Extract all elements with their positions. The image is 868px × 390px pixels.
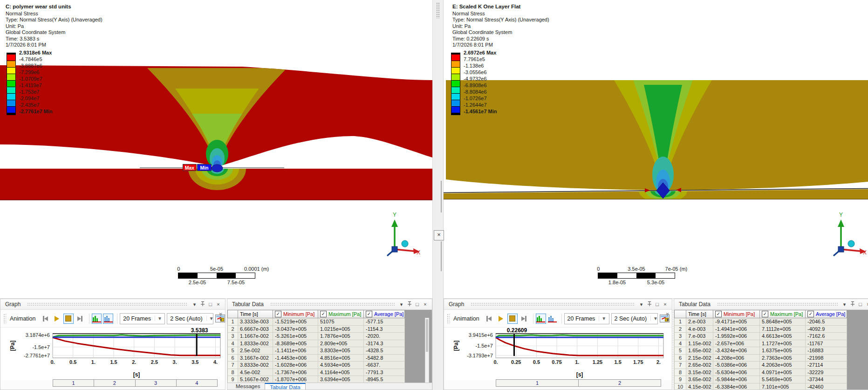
maximize-icon[interactable]: □ xyxy=(653,301,661,307)
table-row[interactable]: 13.3333e-003-1.5219e+00551075-577.15 xyxy=(227,318,432,326)
go-to-start-button[interactable] xyxy=(484,314,494,324)
series-visibility-checkbox[interactable]: ✓ xyxy=(366,311,372,317)
toolbar-overflow[interactable]: »▾ xyxy=(218,311,224,322)
data-cell: 1.1727e+005 xyxy=(760,340,806,348)
stop-button[interactable] xyxy=(507,314,518,324)
toolbar-grip[interactable] xyxy=(447,314,450,324)
pin-icon[interactable] xyxy=(848,301,856,308)
pane-menu-icon[interactable]: ▾ xyxy=(191,301,198,308)
toolbar-separator xyxy=(533,314,533,324)
pane-menu-icon[interactable]: ▾ xyxy=(397,301,405,308)
close-viewport-button[interactable]: × xyxy=(434,230,444,240)
splitter-grip[interactable] xyxy=(436,2,440,18)
series-visibility-checkbox[interactable]: ✓ xyxy=(807,311,814,317)
tab-messages[interactable]: Messages xyxy=(231,383,265,390)
pane-drag-texture[interactable] xyxy=(717,302,838,306)
table-row[interactable]: 41.15e-002-2.657e+0061.1727e+005-11767 xyxy=(674,340,868,348)
frames-dropdown[interactable]: 20 Frames▼ xyxy=(120,313,165,324)
timeline-segment[interactable]: 2 xyxy=(578,380,661,386)
toolbar-overflow[interactable]: »▾ xyxy=(664,311,671,322)
play-button[interactable] xyxy=(496,314,506,324)
maximize-icon[interactable]: □ xyxy=(206,301,214,307)
duration-dropdown[interactable]: 2 Sec (Auto)▼ xyxy=(167,313,213,324)
pane-menu-icon[interactable]: ▾ xyxy=(637,301,645,308)
table-row[interactable]: 37.e-003-1.9592e+0064.6613e+005-7162.6 xyxy=(674,333,868,340)
stress-history-chart-left[interactable]: 0.0.51.1.52.2.53.3.54.3.1874e+6-1.5e+7-2… xyxy=(0,328,226,380)
series-visibility-checkbox[interactable]: ✓ xyxy=(275,311,281,317)
viewport-right: E: Scaled K One Layer Flat Normal Stress… xyxy=(444,0,868,299)
table-row[interactable]: 52.5e-002-1.1411e+0063.8303e+005-4328.5 xyxy=(227,347,432,355)
close-icon[interactable]: × xyxy=(661,301,669,307)
close-icon[interactable]: × xyxy=(214,301,222,307)
table-row[interactable]: 31.1667e-002-5.3261e+0051.7876e+005-2020… xyxy=(227,333,432,340)
table-row[interactable]: 26.6667e-003-3.0437e+0051.0215e+005-1154… xyxy=(227,326,432,333)
go-to-end-button[interactable] xyxy=(519,314,529,324)
go-to-start-button[interactable] xyxy=(41,314,51,324)
result-sets-icon[interactable] xyxy=(92,314,102,324)
time-decay-icon[interactable] xyxy=(547,314,558,324)
pane-drag-texture[interactable] xyxy=(270,302,395,306)
result-sets-icon[interactable] xyxy=(536,314,546,324)
table-row[interactable]: 24.e-003-1.4941e+0067.1112e+005-4092.9 xyxy=(674,326,868,333)
go-to-end-button[interactable] xyxy=(75,314,85,324)
column-header[interactable]: ✓Average [Pa] xyxy=(806,310,847,318)
toolbar-grip[interactable] xyxy=(3,314,6,324)
duration-dropdown[interactable]: 2 Sec (Auto)▼ xyxy=(611,313,658,324)
pane-header[interactable]: Graph ▾ □ × xyxy=(0,299,225,310)
viewport-splitter[interactable]: × xyxy=(432,0,444,390)
data-cell: -5.9844e+006 xyxy=(713,376,760,383)
stop-button[interactable] xyxy=(63,314,74,324)
series-visibility-checkbox[interactable]: ✓ xyxy=(320,311,327,317)
table-row[interactable]: 63.1667e-002-1.4453e+0064.8516e+005-5482… xyxy=(227,355,432,362)
data-cell: 4.8516e+005 xyxy=(318,355,364,362)
pin-icon[interactable] xyxy=(198,301,206,308)
maximize-icon[interactable]: □ xyxy=(856,301,864,307)
maximize-icon[interactable]: □ xyxy=(413,301,421,307)
table-scrollbar[interactable] xyxy=(425,318,429,383)
time-decay-icon[interactable] xyxy=(103,314,113,324)
pin-icon[interactable] xyxy=(645,301,653,308)
close-icon[interactable]: × xyxy=(864,301,868,307)
orientation-triad-left[interactable]: Y X xyxy=(370,206,422,260)
column-header[interactable]: Time [s] xyxy=(686,310,713,318)
timeline-segment[interactable]: 2 xyxy=(94,380,135,386)
timeline-segment[interactable]: 1 xyxy=(496,380,578,386)
tabular-data-left: Time [s]✓Minimum [Pa]✓Maximum [Pa]✓Avera… xyxy=(227,310,432,383)
tab-tabular-data[interactable]: Tabular Data xyxy=(265,383,305,390)
stress-history-chart-right[interactable]: 0.0.250.50.751.1.251.51.752.3.9415e+6-1.… xyxy=(444,328,672,380)
orientation-triad-right[interactable]: Y X xyxy=(817,206,868,260)
column-header[interactable]: ✓Maximum [Pa] xyxy=(760,310,806,318)
frames-dropdown[interactable]: 20 Frames▼ xyxy=(564,313,609,324)
table-row[interactable]: 73.8333e-002-1.6028e+0064.5934e+005-6637… xyxy=(227,362,432,369)
column-header[interactable]: ✓Maximum [Pa] xyxy=(318,310,364,318)
table-row[interactable]: 93.65e-002-5.9844e+0065.5459e+005-37344 xyxy=(674,376,868,383)
timeline-segment[interactable]: 1 xyxy=(53,380,94,386)
pane-header[interactable]: Tabular Data ▾ □ × xyxy=(227,299,432,310)
column-header[interactable]: ✓Average [Pa] xyxy=(364,310,405,318)
close-icon[interactable]: × xyxy=(421,301,429,307)
series-visibility-checkbox[interactable]: ✓ xyxy=(762,311,768,317)
pane-drag-texture[interactable] xyxy=(27,302,188,306)
table-row[interactable]: 51.65e-002-3.4324e+0061.6375e+005-16883 xyxy=(674,347,868,355)
table-row[interactable]: 84.5e-002-1.7367e+0064.1164e+005-7791.3 xyxy=(227,369,432,376)
pane-drag-texture[interactable] xyxy=(471,302,635,306)
pane-header[interactable]: Tabular Data ▾ □ × xyxy=(674,299,868,310)
legend-value: 2.6972e6 Max xyxy=(464,49,497,56)
table-row[interactable]: 12.e-003-9.4171e+0055.8648e+005-2046.5 xyxy=(674,318,868,326)
column-header[interactable]: ✓Minimum [Pa] xyxy=(713,310,760,318)
x-tick-label: 1. xyxy=(575,359,579,365)
column-header[interactable]: ✓Minimum [Pa] xyxy=(273,310,318,318)
timeline-segment[interactable]: 3 xyxy=(135,380,176,386)
timeline-segment[interactable]: 4 xyxy=(176,380,217,386)
table-row[interactable]: 104.15e-002-6.3384e+0067.101e+005-42460 xyxy=(674,383,868,390)
pane-menu-icon[interactable]: ▾ xyxy=(841,301,848,308)
play-button[interactable] xyxy=(52,314,62,324)
pane-header[interactable]: Graph ▾ □ × xyxy=(444,299,672,310)
pin-icon[interactable] xyxy=(405,301,413,308)
series-visibility-checkbox[interactable]: ✓ xyxy=(715,311,722,317)
table-row[interactable]: 83.15e-002-5.6304e+0064.0971e+005-32229 xyxy=(674,369,868,376)
table-row[interactable]: 72.65e-002-5.0386e+0064.2063e+005-27114 xyxy=(674,362,868,369)
column-header[interactable]: Time [s] xyxy=(238,310,273,318)
table-row[interactable]: 41.8333e-002-8.3689e+0052.809e+005-3174.… xyxy=(227,340,432,348)
table-row[interactable]: 62.15e-002-4.208e+0062.7363e+005-21998 xyxy=(674,355,868,362)
